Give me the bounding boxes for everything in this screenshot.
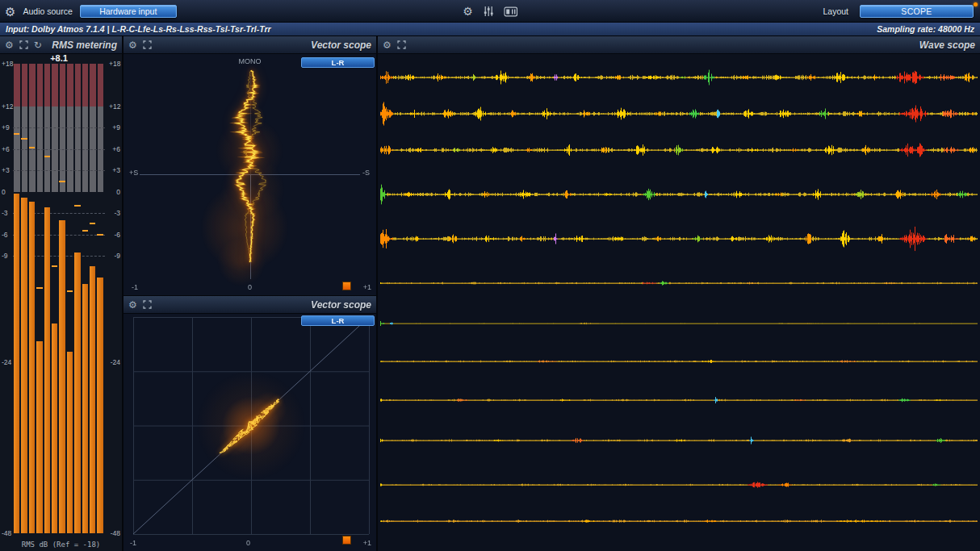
meter-peak-tick	[90, 223, 95, 224]
meter-bar	[74, 253, 80, 533]
input-output-icon[interactable]	[504, 6, 517, 17]
top-bar-right-group: Layout SCOPE	[823, 0, 974, 23]
meter-scale-label: -9	[2, 253, 13, 260]
clip-indicator	[342, 282, 351, 290]
meter-peak-tick	[29, 147, 35, 148]
scale-minus-one: -1	[132, 283, 138, 291]
meter-gridline	[13, 149, 105, 150]
meter-peak-tick	[21, 138, 27, 140]
meter-scale-label: +18	[109, 61, 120, 68]
meter-scale-label: -48	[2, 530, 13, 537]
analyzer-app: ⚙ Audio source Hardware input ⚙	[0, 0, 980, 551]
vector-scope-xy-display	[124, 314, 376, 551]
meter-scale-label: +6	[109, 146, 120, 153]
global-settings-icon[interactable]: ⚙	[463, 6, 473, 17]
meter-scale-label: 0	[2, 189, 13, 196]
meter-gridline	[13, 127, 105, 128]
meter-peak-tick	[67, 290, 73, 292]
rms-max-readout: +8.1	[13, 53, 105, 63]
vector-scope-polar-header: ⚙ Vector scope	[124, 36, 376, 54]
plus-s-axis-label: +S	[129, 169, 138, 177]
meter-scale-label: +3	[109, 167, 120, 174]
meter-scale-label: -48	[109, 530, 120, 537]
meter-scale-label: +9	[109, 124, 120, 131]
meter-bar	[97, 278, 103, 533]
meter-scale-label: +18	[2, 61, 13, 68]
minus-s-axis-label: -S	[362, 169, 370, 177]
meter-bar	[67, 352, 73, 533]
meter-bar	[59, 220, 65, 533]
meter-scale-label: +12	[2, 103, 13, 111]
scale-minus-one: -1	[130, 539, 136, 547]
vector-scope-polar-display	[124, 54, 376, 295]
scale-zero: 0	[248, 283, 252, 291]
meter-bar	[29, 202, 35, 533]
scale-zero: 0	[246, 539, 250, 547]
meter-scale-label: -24	[109, 359, 120, 366]
meter-peak-tick	[59, 181, 65, 182]
meter-scale-label: +9	[2, 124, 13, 131]
meter-gridline	[13, 170, 105, 171]
wave-scope-display	[378, 54, 980, 551]
rms-metering-panel: ⚙ ↻ RMS metering +8.1 +18+18+12+12+9+9+6…	[0, 36, 122, 551]
settings-icon[interactable]: ⚙	[5, 6, 15, 18]
vector-scope-polar-panel: ⚙ Vector scope L-R MONO +S -S -1 0 +1	[124, 36, 376, 295]
scale-plus-one: +1	[363, 539, 371, 547]
notification-dot	[974, 2, 978, 6]
meter-scale-label: -3	[109, 210, 120, 217]
wave-scope-title: Wave scope	[919, 40, 975, 51]
info-bar: Input: Dolby Atmos 7.1.4 | L-R-C-Lfe-Ls-…	[0, 23, 980, 36]
meter-peak-tick	[97, 234, 103, 236]
layout-label: Layout	[823, 6, 848, 16]
channel-pair-button[interactable]: L-R	[301, 315, 375, 326]
fullscreen-icon[interactable]	[143, 300, 152, 309]
meter-bar	[44, 207, 50, 533]
clip-indicator	[342, 536, 351, 545]
meter-scale-label: -9	[109, 253, 120, 260]
fullscreen-icon[interactable]	[19, 40, 28, 49]
vector-scope-xy-header: ⚙ Vector scope	[124, 296, 376, 314]
top-bar-center-group: ⚙	[463, 0, 517, 23]
mono-axis-label: MONO	[124, 57, 376, 65]
fullscreen-icon[interactable]	[397, 40, 406, 49]
rms-meter-area: +18+18+12+12+9+9+6+6+3+300-3-3-6-6-9-9-2…	[0, 64, 122, 533]
meter-peak-tick	[44, 156, 50, 157]
meter-peak-tick	[52, 265, 57, 267]
gear-icon[interactable]: ⚙	[5, 40, 14, 50]
gear-icon[interactable]: ⚙	[128, 300, 137, 310]
gear-icon[interactable]: ⚙	[128, 40, 137, 50]
input-format-text: Input: Dolby Atmos 7.1.4 | L-R-C-Lfe-Ls-…	[6, 24, 271, 34]
meter-scale-label: -24	[2, 359, 13, 366]
meter-scale-label: 0	[109, 189, 120, 196]
meter-bar	[21, 198, 27, 533]
meter-bar	[14, 194, 19, 533]
fullscreen-icon[interactable]	[143, 40, 152, 49]
reset-icon[interactable]: ↻	[34, 40, 42, 50]
rms-footer-label: RMS dB (Ref = -18)	[0, 541, 122, 549]
rms-panel-header: ⚙ ↻ RMS metering	[0, 36, 122, 54]
scale-plus-one: +1	[363, 283, 371, 291]
meter-peak-tick	[14, 133, 19, 135]
meter-peak-tick	[74, 205, 80, 207]
scope-button[interactable]: SCOPE	[860, 5, 974, 18]
wave-scope-header: ⚙ Wave scope	[378, 36, 980, 54]
meter-peak-tick	[82, 230, 88, 232]
wave-scope-panel: ⚙ Wave scope	[378, 36, 980, 551]
meter-scale-label: +12	[109, 103, 120, 111]
meter-scale-label: -3	[2, 210, 13, 217]
top-bar: ⚙ Audio source Hardware input ⚙	[0, 0, 980, 23]
meter-peak-tick	[36, 287, 42, 289]
meter-scale-label: -6	[2, 232, 13, 239]
vector-scope-xy-panel: ⚙ Vector scope L-R -1 0 +1	[124, 296, 376, 551]
meter-bar	[90, 266, 95, 533]
meter-bar	[82, 284, 88, 533]
meter-scale-label: +6	[2, 146, 13, 153]
audio-source-label: Audio source	[23, 6, 72, 16]
vector-scope-polar-title: Vector scope	[311, 40, 371, 51]
sliders-icon[interactable]	[483, 6, 494, 17]
hardware-input-button[interactable]: Hardware input	[80, 5, 177, 18]
gear-icon[interactable]: ⚙	[383, 40, 392, 50]
meter-scale-label: -6	[109, 232, 120, 239]
meter-bar	[52, 324, 57, 533]
sampling-rate-text: Sampling rate: 48000 Hz	[877, 24, 974, 34]
